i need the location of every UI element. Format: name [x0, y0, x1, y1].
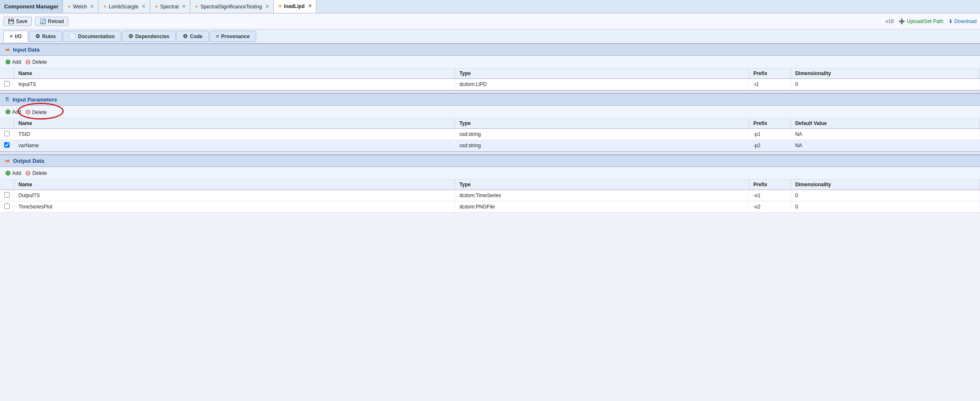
input-data-header-row: Name Type Prefix Dimensionality [0, 68, 980, 79]
output-data-col-name: Name [14, 180, 455, 190]
nav-tab-code[interactable]: ⚙ Code [176, 31, 209, 42]
input-params-title: Input Parameters [13, 96, 57, 103]
tab-close-spectral-significance[interactable]: ✕ [265, 4, 269, 9]
nav-tab-code-label: Code [190, 34, 202, 39]
nav-tab-io-label: I/O [15, 34, 22, 39]
output-data-row2-check[interactable] [0, 201, 14, 213]
input-params-delete-btn[interactable]: ⊖ Delete [25, 108, 47, 116]
input-data-col-prefix: Prefix [749, 68, 791, 79]
output-data-arrow-icon: ➡ [5, 158, 10, 164]
upload-button[interactable]: ➕ Upload/Set Path [899, 18, 943, 24]
input-data-title: Input Data [13, 47, 40, 53]
output-data-checkbox-timeseriesplot[interactable] [4, 203, 10, 209]
input-params-add-btn[interactable]: ⊕ Add [5, 108, 21, 116]
version-badge: v18 [886, 18, 894, 24]
output-data-col-type: Type [455, 180, 749, 190]
tab-close-loadlipd[interactable]: ✕ [308, 3, 312, 9]
output-data-row1-prefix: -o1 [749, 190, 791, 201]
upload-icon: ➕ [899, 18, 905, 24]
download-icon: ⬇ [949, 18, 953, 24]
tab-welch[interactable]: ✦ Welch ✕ [63, 0, 99, 13]
nav-tab-provenance[interactable]: ≡ Provenance [210, 31, 256, 42]
save-label: Save [16, 18, 27, 24]
input-data-action-bar: ⊕ Add ⊖ Delete [0, 56, 980, 68]
toolbar-right: v18 ➕ Upload/Set Path ⬇ Download [886, 18, 977, 24]
input-params-delete-icon: ⊖ [25, 108, 31, 115]
tab-component-manager[interactable]: Component Manager [0, 0, 63, 13]
input-params-checkbox-varname[interactable] [4, 142, 10, 148]
input-data-table: Name Type Prefix Dimensionality InputTS … [0, 68, 980, 90]
reload-button[interactable]: 🔄 Reload [35, 17, 68, 26]
output-data-col-dimensionality: Dimensionality [791, 180, 980, 190]
input-params-row1-prefix: -p1 [749, 129, 791, 140]
input-data-col-type: Type [455, 68, 749, 79]
tab-lombscargle[interactable]: ✦ LombScargle ✕ [99, 0, 150, 13]
nav-tab-documentation[interactable]: 📄 Documentation [63, 31, 121, 42]
input-params-checkbox-tsid[interactable] [4, 131, 10, 136]
input-data-add-btn[interactable]: ⊕ Add [5, 58, 21, 66]
input-params-add-icon: ⊕ [5, 108, 10, 116]
input-data-arrow-icon: ➡ [5, 47, 10, 53]
input-params-col-type: Type [455, 118, 749, 129]
output-data-section-header: ➡ Output Data [0, 155, 980, 167]
code-icon: ⚙ [183, 33, 188, 39]
output-data-col-check [0, 180, 14, 190]
tab-icon-loadlipd: ✦ [278, 3, 282, 9]
input-data-section-header: ➡ Input Data [0, 44, 980, 56]
tab-icon-spectral: ✦ [154, 4, 158, 10]
input-params-row2-type: xsd:string [455, 140, 749, 151]
tab-close-lombscargle[interactable]: ✕ [142, 4, 145, 9]
input-params-col-default: Default Value [791, 118, 980, 129]
reload-icon: 🔄 [40, 18, 46, 24]
nav-tab-io[interactable]: ≡ I/O [3, 31, 28, 42]
output-data-add-btn[interactable]: ⊕ Add [5, 169, 21, 177]
input-params-row1-default: NA [791, 129, 980, 140]
table-row: InputTS dcdom:LiPD -i1 0 [0, 79, 980, 90]
nav-tab-provenance-label: Provenance [221, 34, 250, 39]
input-params-row2-check[interactable] [0, 140, 14, 151]
input-data-col-dimensionality: Dimensionality [791, 68, 980, 79]
tab-spectral-significance[interactable]: ✦ SpectralSignificanceTesting ✕ [190, 0, 274, 13]
tab-close-spectral[interactable]: ✕ [182, 4, 186, 9]
table-row: TSID xsd:string -p1 NA [0, 129, 980, 140]
input-data-row-check[interactable] [0, 79, 14, 90]
nav-tab-dependencies[interactable]: ⚙ Dependencies [122, 31, 176, 42]
output-data-row1-type: dcdom:TimeSeries [455, 190, 749, 201]
input-data-checkbox-inputts[interactable] [4, 81, 10, 86]
save-button[interactable]: 💾 Save [3, 17, 32, 26]
input-params-table: Name Type Prefix Default Value TSID xsd:… [0, 118, 980, 151]
output-data-delete-btn[interactable]: ⊖ Delete [25, 169, 47, 177]
tab-label-lombscargle: LombScargle [109, 4, 138, 10]
tab-loadlipd[interactable]: ✦ loadLipd ✕ [274, 0, 316, 13]
output-data-row2-type: dcdom:PNGFile [455, 201, 749, 213]
dependencies-icon: ⚙ [128, 33, 133, 39]
table-row: OutputTS dcdom:TimeSeries -o1 0 [0, 190, 980, 201]
output-data-col-prefix: Prefix [749, 180, 791, 190]
download-button[interactable]: ⬇ Download [949, 18, 977, 24]
input-params-row2-default: NA [791, 140, 980, 151]
toolbar: 💾 Save 🔄 Reload v18 ➕ Upload/Set Path ⬇ … [0, 13, 980, 29]
io-icon: ≡ [10, 33, 13, 39]
input-data-col-check [0, 68, 14, 79]
input-params-row2-prefix: -p2 [749, 140, 791, 151]
input-data-delete-icon: ⊖ [25, 58, 31, 66]
nav-tab-rules[interactable]: ⚙ Rules [29, 31, 62, 42]
table-row: TimeSeriesPlot dcdom:PNGFile -o2 0 [0, 201, 980, 213]
input-params-delete-label: Delete [32, 109, 47, 115]
tab-icon-welch: ✦ [67, 4, 71, 10]
input-params-action-bar: ⊕ Add ⊖ Delete [0, 106, 980, 118]
tab-label-spectral: Spectral [160, 4, 179, 10]
tab-spectral[interactable]: ✦ Spectral ✕ [150, 0, 190, 13]
input-data-row-name: InputTS [14, 79, 455, 90]
tab-icon-spectral-significance: ✦ [194, 4, 199, 10]
input-params-row2-name: varName [14, 140, 455, 151]
output-data-row1-check[interactable] [0, 190, 14, 201]
tab-close-welch[interactable]: ✕ [90, 4, 94, 9]
provenance-icon: ≡ [216, 33, 219, 39]
output-data-checkbox-outputts[interactable] [4, 192, 10, 198]
nav-tab-documentation-label: Documentation [78, 34, 114, 39]
table-row: varName xsd:string -p2 NA [0, 140, 980, 151]
input-params-row1-check[interactable] [0, 129, 14, 140]
input-data-delete-btn[interactable]: ⊖ Delete [25, 58, 47, 66]
input-data-row-type: dcdom:LiPD [455, 79, 749, 90]
